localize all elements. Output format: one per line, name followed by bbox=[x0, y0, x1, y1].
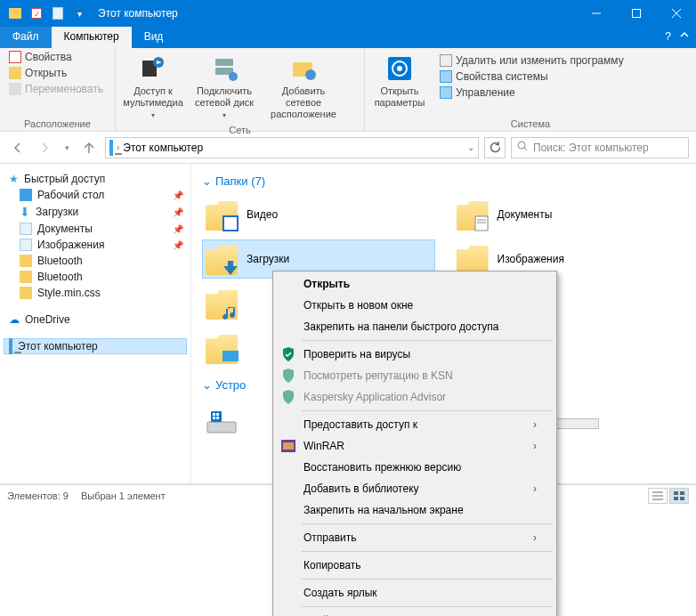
view-icons-button[interactable] bbox=[669, 488, 689, 504]
svg-rect-25 bbox=[207, 422, 236, 433]
navbar: ▾ › Этот компьютер ⌄ Поиск: Этот компьют… bbox=[0, 132, 696, 164]
folder-icon bbox=[20, 271, 32, 283]
view-details-button[interactable] bbox=[648, 488, 668, 504]
svg-point-16 bbox=[518, 142, 525, 149]
svg-rect-28 bbox=[216, 413, 219, 416]
tab-file[interactable]: Файл bbox=[0, 27, 52, 48]
qat-properties-icon[interactable]: ✓ bbox=[27, 4, 46, 23]
tree-bluetooth2[interactable]: Bluetooth bbox=[4, 269, 187, 285]
svg-rect-20 bbox=[475, 216, 488, 231]
window-title: Этот компьютер bbox=[98, 7, 178, 20]
ctx-share[interactable]: Предоставить доступ к› bbox=[275, 414, 554, 435]
search-box[interactable]: Поиск: Этот компьютер bbox=[511, 137, 689, 158]
ribbon-tabs: Файл Компьютер Вид ? bbox=[0, 27, 696, 48]
ribbon-map-drive[interactable]: Подключить сетевой диск ▾ bbox=[192, 50, 256, 121]
pictures-icon bbox=[20, 239, 32, 251]
svg-point-14 bbox=[397, 66, 402, 71]
ribbon-manage[interactable]: Управление bbox=[436, 85, 627, 100]
tree-bluetooth1[interactable]: Bluetooth bbox=[4, 253, 187, 269]
address-dropdown-icon[interactable]: ⌄ bbox=[467, 142, 474, 152]
svg-line-17 bbox=[524, 148, 527, 150]
svg-rect-36 bbox=[674, 497, 678, 500]
maximize-button[interactable] bbox=[616, 0, 656, 27]
ctx-send[interactable]: Отправить› bbox=[275, 527, 554, 548]
ctx-kaa[interactable]: Kaspersky Application Advisor bbox=[275, 386, 554, 408]
tree-thispc[interactable]: Этот компьютер bbox=[4, 338, 187, 354]
ribbon-sysprops[interactable]: Свойства системы bbox=[436, 69, 627, 84]
tree-pictures[interactable]: Изображения📌 bbox=[4, 237, 187, 253]
separator bbox=[302, 340, 553, 341]
address-bar[interactable]: › Этот компьютер ⌄ bbox=[105, 137, 479, 158]
ctx-ksn[interactable]: Посмотреть репутацию в KSN bbox=[275, 365, 554, 386]
address-segment[interactable]: Этот компьютер bbox=[123, 142, 203, 154]
drive-icon bbox=[206, 406, 238, 438]
collapse-ribbon-icon[interactable] bbox=[680, 30, 689, 43]
refresh-button[interactable] bbox=[484, 137, 506, 158]
separator bbox=[302, 410, 553, 411]
chevron-right-icon: › bbox=[533, 482, 537, 495]
svg-point-11 bbox=[305, 69, 316, 80]
ribbon-add-netloc[interactable]: Добавить сетевое расположение bbox=[263, 50, 344, 121]
ribbon-open-settings[interactable]: Открыть параметры bbox=[370, 50, 429, 109]
ctx-shortcut[interactable]: Создать ярлык bbox=[275, 582, 554, 604]
folder-videos[interactable]: Видео bbox=[202, 195, 435, 234]
ribbon-media-access[interactable]: Доступ к мультимедиа ▾ bbox=[121, 50, 185, 121]
desktop-icon bbox=[20, 189, 32, 201]
ribbon-uninstall[interactable]: Удалить или изменить программу bbox=[436, 53, 627, 68]
ctx-library[interactable]: Добавить в библиотеку› bbox=[275, 478, 554, 499]
ribbon-rename: Переименовать bbox=[5, 82, 109, 96]
tab-computer[interactable]: Компьютер bbox=[52, 27, 132, 48]
ctx-props[interactable]: Свойства bbox=[275, 610, 554, 616]
help-icon[interactable]: ? bbox=[665, 30, 671, 43]
qat-customize-icon[interactable]: ▾ bbox=[69, 4, 89, 23]
ctx-pin-quick[interactable]: Закрепить на панели быстрого доступа bbox=[275, 316, 554, 337]
chevron-right-icon[interactable]: › bbox=[117, 142, 119, 152]
tree-onedrive[interactable]: ☁OneDrive bbox=[4, 312, 187, 328]
ctx-restore[interactable]: Восстановить прежнюю версию bbox=[275, 457, 554, 478]
nav-forward-button[interactable] bbox=[34, 137, 55, 158]
svg-rect-27 bbox=[213, 413, 215, 416]
chevron-down-icon: ⌄ bbox=[202, 378, 212, 392]
svg-point-9 bbox=[229, 72, 238, 81]
ctx-pin-start[interactable]: Закрепить на начальном экране bbox=[275, 499, 554, 521]
svg-rect-8 bbox=[215, 59, 233, 66]
section-folders[interactable]: ⌄Папки (7) bbox=[202, 174, 685, 188]
search-icon bbox=[517, 141, 528, 154]
svg-marker-23 bbox=[223, 261, 238, 275]
nav-tree[interactable]: ★Быстрый доступ Рабочий стол📌 ⬇Загрузки📌… bbox=[0, 164, 191, 483]
ctx-open-new[interactable]: Открыть в новом окне bbox=[275, 295, 554, 316]
svg-rect-30 bbox=[216, 417, 219, 419]
pin-icon: 📌 bbox=[173, 240, 183, 250]
tree-quick-access[interactable]: ★Быстрый доступ bbox=[4, 171, 187, 187]
folder-documents[interactable]: Документы bbox=[453, 195, 686, 234]
ribbon-properties[interactable]: Свойства bbox=[5, 50, 109, 64]
chevron-right-icon: › bbox=[533, 418, 537, 431]
qat-newfolder-icon[interactable] bbox=[48, 4, 68, 23]
pin-icon: 📌 bbox=[173, 224, 183, 234]
tree-documents[interactable]: Документы📌 bbox=[4, 221, 187, 237]
tree-desktop[interactable]: Рабочий стол📌 bbox=[4, 187, 187, 203]
minimize-button[interactable] bbox=[576, 0, 616, 27]
tab-view[interactable]: Вид bbox=[132, 27, 176, 48]
ctx-winrar[interactable]: WinRAR› bbox=[275, 435, 554, 457]
documents-icon bbox=[457, 199, 489, 231]
ctx-scan[interactable]: Проверить на вирусы bbox=[275, 344, 554, 365]
videos-icon bbox=[206, 199, 238, 231]
ribbon: Свойства Открыть Переименовать Расположе… bbox=[0, 48, 696, 132]
qat-folder-icon[interactable] bbox=[5, 4, 25, 23]
titlebar: ✓ ▾ Этот компьютер bbox=[0, 0, 696, 27]
separator bbox=[302, 523, 553, 524]
nav-back-button[interactable] bbox=[7, 137, 28, 158]
ribbon-open[interactable]: Открыть bbox=[5, 66, 109, 80]
nav-history-button[interactable]: ▾ bbox=[61, 137, 73, 158]
download-icon: ⬇ bbox=[20, 205, 30, 219]
close-button[interactable] bbox=[656, 0, 696, 27]
ctx-open[interactable]: Открыть bbox=[275, 273, 554, 295]
separator bbox=[302, 551, 553, 552]
tree-stylecss[interactable]: Style.min.css bbox=[4, 285, 187, 301]
ctx-copy[interactable]: Копировать bbox=[275, 555, 554, 576]
nav-up-button[interactable] bbox=[78, 137, 100, 158]
status-item-count: Элементов: 9 bbox=[7, 490, 69, 501]
thispc-icon bbox=[109, 142, 113, 154]
tree-downloads[interactable]: ⬇Загрузки📌 bbox=[4, 203, 187, 221]
